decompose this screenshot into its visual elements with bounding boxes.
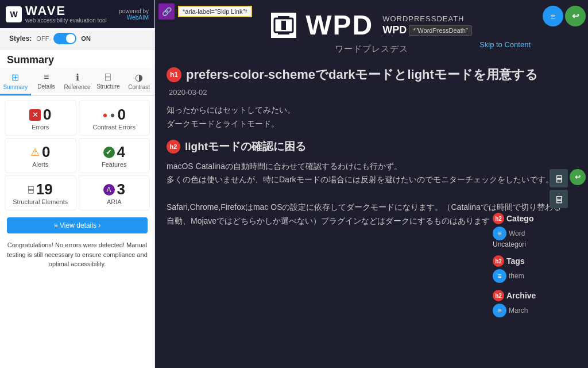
- main-content: ≡ ↩ Skip to Content 🔗 *aria-label="Skip …: [155, 0, 588, 368]
- right-sidebar: h2 Catego ≡ Word Uncategori h2 Tags ≡ th…: [493, 213, 562, 324]
- nav-icon-blue[interactable]: ≡: [543, 6, 563, 26]
- aria-label: ARIA: [107, 198, 122, 205]
- summary-tab-icon: ⊞: [11, 72, 19, 83]
- stat-contrast: ●● 0 Contrast Errors: [79, 101, 150, 136]
- tab-details[interactable]: ≡ Details: [31, 68, 62, 95]
- wpd-logo-icon: [271, 13, 296, 38]
- tab-structure[interactable]: ⌸ Structure: [93, 68, 124, 95]
- category-title: Catego: [506, 214, 533, 223]
- summary-title: Summary: [0, 49, 154, 68]
- tags-link[interactable]: them: [509, 272, 524, 280]
- tab-summary-label: Summary: [3, 84, 28, 90]
- article-title-text: prefers-color-schemeでdarkモードとlightモードを用意…: [186, 66, 538, 83]
- article-intro: 知ったからにはセットしてみたい。 ダークモードとライトモード。: [167, 103, 565, 131]
- details-tab-icon: ≡: [44, 72, 49, 82]
- svg-rect-1: [278, 16, 289, 18]
- tags-title: Tags: [506, 256, 525, 266]
- category-list-icon: ≡: [493, 227, 506, 240]
- article-date: 2020-03-02: [167, 88, 565, 97]
- nav-tabs: ⊞ Summary ≡ Details ℹ Reference ⌸ Struct…: [0, 68, 154, 96]
- site-header: 🔗 *aria-label="Skip Link"* WPD WORDPRESS…: [155, 0, 588, 60]
- skip-to-content-link[interactable]: Skip to Content: [479, 40, 531, 49]
- contrast-label: Contrast Errors: [92, 124, 136, 131]
- reference-tab-icon: ℹ: [76, 72, 79, 83]
- styles-label: Styles:: [9, 34, 32, 43]
- stat-features: ✔ 4 Features: [79, 138, 150, 173]
- archive-title: Archive: [506, 291, 536, 300]
- alert-icon: ⚠: [30, 146, 40, 159]
- structural-label: Structural Elements: [13, 198, 68, 205]
- stat-alerts: ⚠ 0 Alerts: [5, 138, 76, 173]
- contrast-count: 0: [118, 106, 126, 124]
- svg-rect-2: [278, 32, 289, 34]
- wave-logo-icon: W: [6, 6, 22, 22]
- error-label: Errors: [32, 124, 49, 131]
- tab-contrast[interactable]: ◑ Contrast: [123, 68, 154, 95]
- archive-h2-badge: h2: [493, 290, 504, 301]
- stat-aria: A 3 ARIA: [79, 175, 150, 210]
- structural-count: 19: [36, 181, 53, 198]
- svg-rect-3: [281, 21, 286, 30]
- site-alt-label: *"WordPressDeath": [409, 25, 472, 36]
- toggle-on-label: ON: [81, 35, 91, 42]
- stat-structural: ⌸ 19 Structural Elements: [5, 175, 76, 210]
- article-title-row: h1 prefers-color-schemeでdarkモードとlightモード…: [167, 66, 565, 83]
- archive-link[interactable]: March: [509, 306, 528, 315]
- alert-count: 0: [42, 143, 50, 161]
- webaim-link[interactable]: WebAIM: [127, 14, 149, 21]
- site-wpd-alt: WPD: [382, 24, 407, 36]
- tab-structure-label: Structure: [96, 83, 120, 90]
- powered-by: powered by WebAIM: [119, 8, 149, 21]
- contrast-icon2: ●: [110, 110, 115, 120]
- wave-sidebar: W WAVE web accessibility evaluation tool…: [0, 0, 155, 368]
- h2-badge: h2: [167, 140, 180, 154]
- skip-icon-btn2[interactable]: ↩: [570, 169, 586, 185]
- category-link[interactable]: Word: [509, 229, 525, 237]
- aria-icon: A: [103, 184, 115, 195]
- structural-icon: ⌸: [28, 185, 34, 195]
- section-title-row: h2 lightモードの確認に困る: [167, 139, 565, 154]
- wave-subtitle: web accessibility evaluation tool: [25, 17, 107, 24]
- styles-bar: Styles: OFF ON: [0, 28, 154, 49]
- contrast-tab-icon: ◑: [135, 72, 143, 83]
- toggle-off-label: OFF: [36, 35, 49, 42]
- top-right-icons: ≡ ↩: [540, 2, 588, 30]
- tags-h2-badge: h2: [493, 255, 504, 267]
- stat-errors: ✕ 0 Errors: [5, 101, 76, 136]
- structural-icon-btn[interactable]: ⌸: [550, 169, 568, 187]
- wave-title: WAVE: [25, 5, 107, 17]
- toggle-knob: [66, 34, 75, 43]
- feature-icon: ✔: [103, 147, 115, 158]
- alert-label: Alerts: [32, 161, 48, 168]
- category-h2-badge: h2: [493, 213, 504, 224]
- h1-badge: h1: [167, 67, 181, 82]
- tab-details-label: Details: [37, 83, 55, 90]
- wave-logo: W WAVE web accessibility evaluation tool: [6, 5, 107, 24]
- contrast-icon: ●: [102, 110, 107, 120]
- skip-icon-green[interactable]: ↩: [565, 6, 586, 26]
- skip-link-badge: 🔗 *aria-label="Skip Link"*: [158, 3, 252, 20]
- site-title: WPD: [305, 12, 373, 39]
- structural-icon-btn2[interactable]: ⌸: [550, 190, 568, 208]
- tab-reference-label: Reference: [64, 84, 90, 90]
- structure-tab-icon: ⌸: [105, 72, 111, 82]
- congrats-message: Congratulations! No errors were detected…: [0, 236, 154, 274]
- tab-reference[interactable]: ℹ Reference: [61, 68, 92, 95]
- aria-count: 3: [117, 181, 125, 198]
- stats-grid: ✕ 0 Errors ●● 0 Contrast Errors ⚠ 0 Aler…: [0, 96, 154, 215]
- main-inner: ≡ ↩ Skip to Content 🔗 *aria-label="Skip …: [155, 0, 588, 368]
- skip-link-label: *aria-label="Skip Link"*: [178, 6, 252, 17]
- site-right-info: WORDPRESSDEATH WPD *"WordPressDeath": [382, 14, 472, 36]
- category-link2: Uncategori: [493, 240, 562, 248]
- wave-header: W WAVE web accessibility evaluation tool…: [0, 0, 154, 28]
- archive-widget: h2 Archive ≡ March: [493, 290, 562, 317]
- tab-summary[interactable]: ⊞ Summary: [0, 68, 31, 95]
- right-overlay-icons: ⌸ ↩ ⌸: [547, 167, 588, 210]
- feature-label: Features: [102, 161, 126, 168]
- site-subtitle: WORDPRESSDEATH: [382, 14, 464, 23]
- wave-title-group: WAVE web accessibility evaluation tool: [25, 5, 107, 24]
- category-widget: h2 Catego ≡ Word Uncategori: [493, 213, 562, 248]
- view-details-button[interactable]: ≡ View details ›: [7, 217, 148, 233]
- styles-toggle[interactable]: [53, 33, 76, 44]
- section-title-text: lightモードの確認に困る: [185, 139, 306, 154]
